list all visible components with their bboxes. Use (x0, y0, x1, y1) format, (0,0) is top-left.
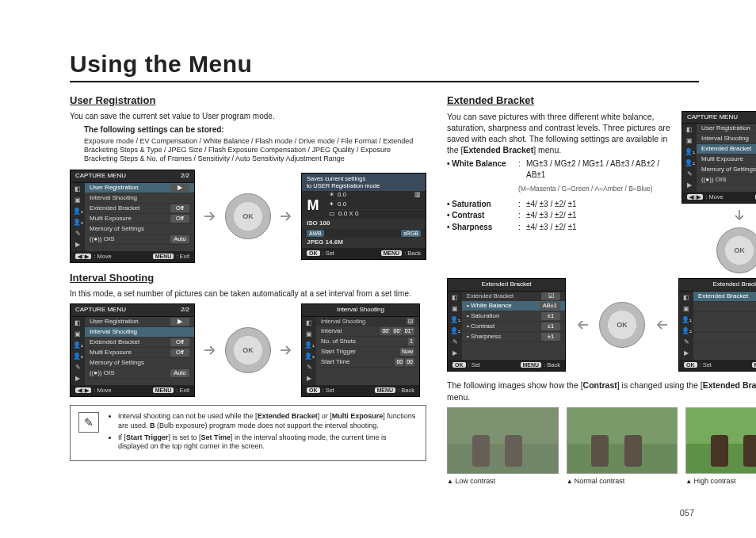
tip-2: If [Start Trigger] is set to [Set Time] … (118, 433, 418, 452)
cm-page2: 2/2 (181, 306, 189, 315)
lcd-icon-column: ◧▣👤₁👤₂✎▶ (71, 317, 85, 385)
ext-intro: You can save pictures with three differe… (447, 111, 675, 156)
extended-bracket-toggle-screen: Extended Bracket ◧▣👤₁👤₂✎▶ Extended Brack… (678, 278, 756, 372)
heading-interval-shooting: Interval Shooting (70, 271, 426, 285)
menu-key-icon: MENU (153, 387, 174, 393)
ext2-row: Extended Bracket (698, 292, 748, 301)
lcd-icon-column: ◧▣👤₁👤₂✎▶ (679, 292, 693, 360)
stored-list: Exposure mode / EV Compensation / White … (84, 137, 426, 164)
menu-key-icon: MENU (521, 362, 542, 368)
move-key-icon: ◀○▶ (75, 387, 91, 393)
stored-header: The following settings can be stored: (84, 124, 426, 135)
m-iso: ISO 100 (307, 219, 330, 228)
wb-label: White Balance (447, 158, 518, 180)
arrow-right-icon (277, 341, 295, 359)
control-dial (225, 327, 271, 373)
m-r1: 0.0 (338, 191, 346, 200)
sat-vals: ±4/ ±3 / ±2/ ±1 (526, 199, 675, 210)
wb-note: (M=Masenta / G=Green / A=Amber / B=Blue) (518, 185, 675, 193)
lcd-icon-column: ◧▣👤₁👤₂✎▶ (682, 124, 697, 192)
menu-key-icon: MENU (375, 387, 396, 393)
cap-low: Low contrast (447, 476, 559, 486)
mode-indicator: M (305, 196, 321, 215)
foot-set: Set (326, 250, 334, 257)
ext2-title: Extended Bracket (712, 280, 756, 289)
foot-move: Move (97, 253, 111, 260)
user-reg-save-screen: Saves current settingsto USER Registrati… (301, 173, 426, 260)
m-r2: 0.0 (338, 200, 346, 209)
capture-menu-screen-interval: CAPTURE MENU 2/2 ◧▣👤₁👤₂✎▶ User Registrat… (70, 303, 195, 397)
user-reg-intro: You can save the current set value to Us… (70, 111, 426, 122)
cm-title3: CAPTURE MENU (687, 113, 738, 122)
sat-label: Saturation (447, 199, 518, 210)
move-key-icon: ◀○▶ (687, 194, 703, 200)
heading-extended-bracket: Extended Bracket (447, 93, 756, 108)
interval-shooting-screen: Interval Shooting ◧▣👤₁👤₂✎▶ Interval Shoo… (301, 303, 420, 397)
thumb-normal-contrast: Normal contrast (567, 407, 678, 486)
thumb-high-contrast: High contrast (685, 407, 756, 486)
cap-mid: Normal contrast (567, 476, 678, 486)
shp-vals: ±4/ ±3 / ±2/ ±1 (526, 222, 675, 233)
page-number: 057 (680, 508, 694, 517)
control-dial (225, 193, 271, 239)
arrow-right-icon (201, 341, 219, 359)
extended-bracket-screen: Extended Bracket ◧▣👤₁👤₂✎▶ Extended Brack… (447, 278, 566, 372)
foot-back: Back (407, 250, 421, 257)
foot-exit2: Exit (179, 387, 189, 394)
right-column: Extended Bracket You can save pictures w… (447, 93, 756, 486)
m-jpeg: JPEG 14.6M (307, 238, 343, 247)
cap-high: High contrast (685, 476, 756, 486)
contrast-thumbnails: Low contrast Normal contrast High contra… (447, 407, 756, 486)
tip-box: ✎ Interval shooting can not be used whil… (70, 405, 426, 461)
foot-move3: Move (708, 193, 723, 200)
lcd-icon-column: ◧▣👤₁👤₂✎▶ (448, 292, 462, 360)
arrow-right-icon (201, 208, 219, 225)
interval-title: Interval Shooting (337, 306, 384, 315)
lcd-icon-column: ◧▣👤₁👤₂✎▶ (302, 317, 316, 385)
lcd-icon-column: ◧▣👤₁👤₂✎▶ (71, 183, 85, 251)
ok-key-icon: OK (307, 250, 320, 256)
arrow-right-icon (277, 208, 295, 225)
control-dial (716, 227, 756, 273)
menu-key-icon: MENU (752, 362, 756, 368)
page-title: Using the Menu (70, 51, 699, 82)
m-hdr2: to USER Registration mode (307, 182, 380, 189)
note-icon: ✎ (78, 412, 99, 433)
ext-title: Extended Bracket (481, 280, 531, 289)
wb-vals: MG±3 / MG±2 / MG±1 / AB±3 / AB±2 / AB±1 (526, 158, 675, 180)
tip-1: Interval shooting can not be used while … (118, 412, 418, 430)
ok-key-icon: OK (684, 362, 697, 368)
capture-menu-screen-ext: CAPTURE MENU 2/2 ◧▣👤₁👤₂✎▶ User Registrat… (682, 111, 756, 204)
menu-key-icon: MENU (153, 254, 174, 259)
con-label: Contrast (447, 210, 518, 221)
arrow-left-icon (653, 316, 670, 334)
foot-set3: Set (472, 361, 480, 368)
capture-menu-screen: CAPTURE MENU 2/2 ◧▣👤₁👤₂✎▶ User Registrat… (70, 170, 195, 263)
thumbs-intro: The following images show how the [Contr… (447, 380, 756, 402)
left-column: User Registration You can save the curre… (70, 93, 426, 486)
arrow-left-icon (574, 316, 591, 334)
shp-label: Sharpness (447, 222, 518, 233)
heading-user-registration: User Registration (70, 93, 426, 108)
cm-title2: CAPTURE MENU (75, 306, 126, 315)
m-awb: AWB (307, 230, 324, 237)
foot-exit: Exit (179, 253, 189, 260)
move-key-icon: ◀○▶ (75, 254, 91, 259)
con-vals: ±4/ ±3 / ±2/ ±1 (526, 210, 675, 221)
capture-menu-title: CAPTURE MENU (75, 172, 126, 181)
m-srgb: sRGB (401, 230, 421, 237)
foot-back2: Back (401, 387, 414, 394)
foot-move2: Move (97, 387, 111, 394)
arrow-down-icon (731, 207, 748, 224)
thumb-low-contrast: Low contrast (447, 407, 559, 486)
m-hdr1: Saves current settings (307, 175, 365, 182)
interval-intro: In this mode, a set number of pictures c… (70, 288, 426, 300)
foot-set4: Set (703, 361, 712, 368)
ok-key-icon: OK (452, 362, 466, 368)
m-r3: 0.0 X 0 (338, 210, 358, 219)
control-dial (599, 302, 645, 348)
foot-set2: Set (326, 387, 334, 394)
capture-menu-page: 2/2 (181, 172, 189, 181)
foot-back3: Back (547, 361, 560, 368)
menu-key-icon: MENU (381, 250, 403, 256)
